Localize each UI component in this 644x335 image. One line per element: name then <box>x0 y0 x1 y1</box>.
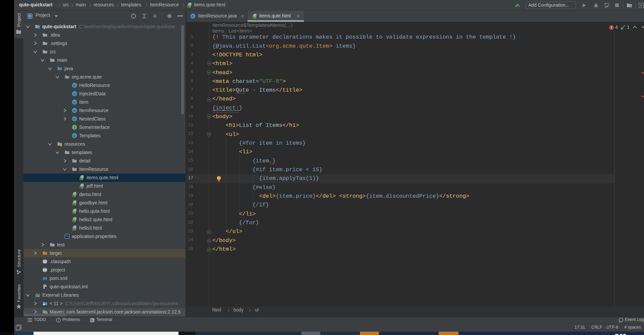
svg-text:H: H <box>80 186 82 189</box>
svg-text:H: H <box>72 220 74 222</box>
svg-text:I: I <box>74 126 75 129</box>
svg-text:C: C <box>73 117 76 121</box>
svg-text:H: H <box>72 195 74 197</box>
svg-text:H: H <box>253 16 254 19</box>
svg-text:C: C <box>73 92 76 96</box>
svg-text:H: H <box>72 211 74 214</box>
svg-text:C: C <box>192 14 194 18</box>
svg-text:C: C <box>73 109 76 112</box>
svg-text:m: m <box>43 276 47 281</box>
svg-text:C: C <box>73 100 76 104</box>
svg-text:C: C <box>73 134 76 138</box>
svg-text:C: C <box>73 84 76 87</box>
svg-text:H: H <box>72 228 74 231</box>
svg-text:H: H <box>187 5 189 8</box>
svg-text:H: H <box>80 178 82 180</box>
svg-text:H: H <box>72 203 74 205</box>
